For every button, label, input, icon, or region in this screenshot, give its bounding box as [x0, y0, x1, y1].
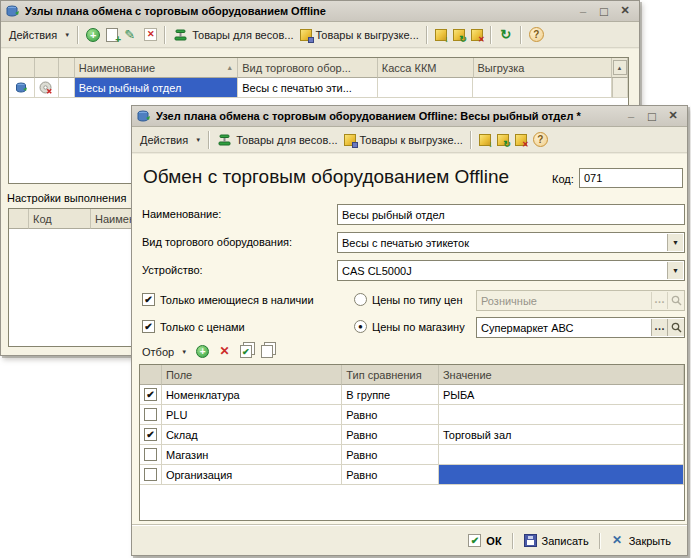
row-compare-cell[interactable]: Равно	[342, 465, 439, 485]
magnifier-icon[interactable]	[667, 319, 684, 336]
row-cell-icon[interactable]	[9, 78, 35, 98]
set-flags-icon[interactable]	[240, 345, 252, 358]
dialog-titlebar[interactable]: Узел плана обмена с торговым оборудовани…	[132, 106, 687, 127]
scroll-up-icon[interactable]	[613, 60, 627, 75]
row-value-cell[interactable]: Торговый зал	[439, 425, 684, 445]
chevron-down-icon[interactable]	[667, 234, 683, 251]
chevron-down-icon[interactable]	[667, 262, 683, 279]
header-code[interactable]: Код	[29, 209, 91, 229]
header-check-col[interactable]	[140, 365, 162, 385]
row-check-cell[interactable]	[140, 445, 162, 465]
filter-row[interactable]: ✔ Номенклатура В группе РЫБА	[140, 385, 684, 405]
edit-button[interactable]	[121, 26, 141, 44]
nodes-window-titlebar[interactable]: Узлы плана обмена с торговым оборудовани…	[1, 1, 639, 22]
row-check-cell[interactable]: ✔	[140, 385, 162, 405]
header-value[interactable]: Значение	[439, 365, 684, 385]
row-cell-kkm[interactable]	[378, 78, 474, 98]
goods-to-upload-button[interactable]: Товары к выгрузке...	[341, 132, 466, 148]
actions-menu-button[interactable]: Действия	[6, 27, 73, 43]
row-checkbox[interactable]	[144, 408, 157, 421]
help-button[interactable]	[530, 130, 551, 149]
row-compare-cell[interactable]: Равно	[342, 405, 439, 425]
help-button[interactable]	[526, 25, 547, 44]
row-field-cell[interactable]: Магазин	[162, 445, 342, 465]
close-icon[interactable]	[667, 109, 679, 124]
header-icon-col[interactable]	[35, 58, 59, 78]
in-stock-checkbox[interactable]: ✔	[142, 293, 155, 306]
header-icon-col[interactable]	[9, 58, 35, 78]
filter-menu-button[interactable]: Отбор	[142, 346, 187, 358]
row-check-cell[interactable]	[140, 405, 162, 425]
header-name[interactable]: Наименование	[75, 58, 238, 78]
filter-row[interactable]: Магазин Равно	[140, 445, 684, 465]
close-button[interactable]: Закрыть	[603, 531, 679, 550]
header-kkm[interactable]: Касса ККМ	[378, 58, 474, 78]
row-value-cell-selected[interactable]	[439, 465, 684, 485]
row-field-cell[interactable]: Организация	[162, 465, 342, 485]
filter-row[interactable]: PLU Равно	[140, 405, 684, 425]
row-checkbox[interactable]: ✔	[144, 428, 157, 441]
filter-table[interactable]: Поле Тип сравнения Значение ✔ Номенклату…	[139, 364, 685, 521]
row-compare-cell[interactable]: Равно	[342, 425, 439, 445]
header-icon-col[interactable]	[59, 58, 75, 78]
row-checkbox[interactable]: ✔	[144, 388, 157, 401]
equip-type-combo[interactable]: Весы с печатью этикеток	[337, 232, 685, 253]
load-to-device-button[interactable]	[432, 27, 450, 43]
filter-row[interactable]: ✔ Склад Равно Торговый зал	[140, 425, 684, 445]
row-cell-icon[interactable]	[59, 78, 75, 98]
row-check-cell[interactable]	[140, 465, 162, 485]
row-cell-name[interactable]: Весы рыбный отдел	[75, 78, 238, 98]
minimize-icon[interactable]	[625, 109, 637, 124]
row-checkbox[interactable]	[144, 468, 157, 481]
with-prices-checkbox[interactable]: ✔	[142, 320, 155, 333]
row-field-cell[interactable]: Номенклатура	[162, 385, 342, 405]
row-check-cell[interactable]: ✔	[140, 425, 162, 445]
row-cell-upload[interactable]	[473, 78, 612, 98]
header-compare[interactable]: Тип сравнения	[342, 365, 439, 385]
goods-for-scales-button[interactable]: Товары для весов...	[170, 26, 296, 43]
delete-icon[interactable]	[218, 345, 231, 358]
add-icon[interactable]	[196, 345, 209, 358]
row-cell-equip-type[interactable]: Весы с печатью эти...	[238, 78, 378, 98]
price-type-radio[interactable]	[354, 293, 367, 306]
copy-flags-icon[interactable]	[261, 345, 273, 358]
code-input[interactable]: 071	[579, 168, 683, 188]
name-input[interactable]: Весы рыбный отдел	[337, 204, 685, 225]
row-value-cell[interactable]	[439, 445, 684, 465]
minimize-icon[interactable]	[577, 4, 589, 19]
add-copy-button[interactable]	[103, 26, 121, 44]
actions-menu-button[interactable]: Действия	[137, 132, 204, 148]
exchange-device-button[interactable]	[494, 132, 512, 148]
exchange-device-button[interactable]	[450, 27, 468, 43]
close-icon[interactable]	[619, 4, 631, 19]
refresh-button[interactable]	[496, 26, 516, 44]
scrollbar-track[interactable]	[612, 78, 628, 98]
clear-device-button[interactable]	[468, 27, 486, 43]
header-equip-type[interactable]: Вид торгового обор...	[238, 58, 378, 78]
device-combo[interactable]: CAS CL5000J	[337, 260, 685, 281]
scrollbar-top[interactable]	[612, 58, 628, 78]
write-button[interactable]: Записать	[516, 531, 597, 550]
row-field-cell[interactable]: Склад	[162, 425, 342, 445]
table-row[interactable]: Весы рыбный отдел Весы с печатью эти...	[9, 78, 628, 98]
row-checkbox[interactable]	[144, 448, 157, 461]
row-cell-icon[interactable]	[35, 78, 59, 98]
header-upload[interactable]: Выгрузка	[474, 58, 613, 78]
goods-for-scales-button[interactable]: Товары для весов...	[214, 131, 340, 148]
maximize-icon[interactable]	[646, 109, 658, 124]
delete-button[interactable]	[141, 26, 160, 43]
row-compare-cell[interactable]: В группе	[342, 385, 439, 405]
header-icon-col[interactable]	[9, 209, 29, 229]
add-button[interactable]	[83, 26, 103, 44]
row-compare-cell[interactable]: Равно	[342, 445, 439, 465]
clear-device-button[interactable]	[512, 132, 530, 148]
load-to-device-button[interactable]	[476, 132, 494, 148]
row-value-cell[interactable]	[439, 405, 684, 425]
goods-to-upload-button[interactable]: Товары к выгрузке...	[297, 27, 422, 43]
ok-button[interactable]: ОК	[460, 531, 509, 550]
filter-row[interactable]: Организация Равно	[140, 465, 684, 485]
ellipsis-icon[interactable]	[651, 319, 667, 336]
store-field[interactable]: Супермаркет АВС	[476, 317, 685, 338]
price-by-store-radio[interactable]: ●	[354, 320, 367, 333]
header-field[interactable]: Поле	[162, 365, 342, 385]
